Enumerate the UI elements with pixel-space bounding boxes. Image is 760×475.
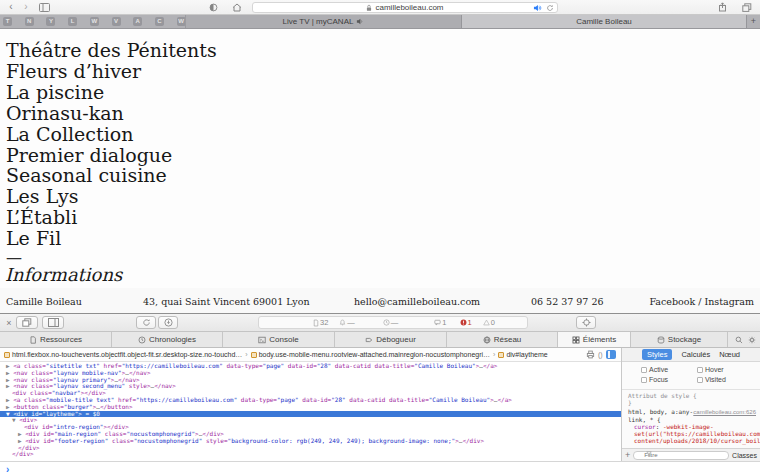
tree-row[interactable]: </div> <box>0 445 621 452</box>
code-token: "28" <box>331 396 345 403</box>
checkbox[interactable] <box>697 367 703 373</box>
search-icon[interactable] <box>735 336 743 344</box>
status-error-count[interactable]: 1 <box>460 318 472 327</box>
source-brackets-icon[interactable]: () <box>598 351 603 358</box>
declaration-line[interactable]: set(url("https://camilleboileau.com/ <box>628 430 756 437</box>
css-token: set(url("https://camilleboileau.com/ <box>634 430 760 437</box>
inspector-tab-chronologies[interactable]: Chronologies <box>112 332 223 347</box>
nav-link[interactable]: Le Fil <box>6 228 217 249</box>
inspector-tab-debogueur[interactable]: Débogueur <box>335 332 447 347</box>
code-token: "background-color: rgb(249, 249, 249); b… <box>228 437 456 444</box>
pseudo-checkbox-hover[interactable]: Hover <box>697 366 753 373</box>
contact-email[interactable]: hello@camilleboileau.com <box>354 296 480 307</box>
inspector-tab-console[interactable]: Console <box>223 332 335 347</box>
inspector-tab-ressources[interactable]: Ressources <box>0 332 112 347</box>
inspector-tab-stockage[interactable]: Stockage <box>631 332 728 347</box>
pinned-tab-l-3[interactable]: L <box>68 17 77 26</box>
sidebar-tab-styles[interactable]: Styles <box>642 349 672 360</box>
pinned-tab-c-7[interactable]: C <box>155 17 164 26</box>
pinned-tab-y-2[interactable]: Y <box>46 17 55 26</box>
tab-0-icon <box>29 336 37 344</box>
status-clock-count[interactable]: — <box>383 318 399 327</box>
close-inspector-icon[interactable]: × <box>4 316 14 330</box>
browser-tab-active[interactable]: Camille Boileau <box>461 15 747 28</box>
contact-social-links[interactable]: Facebook / Instagram <box>649 296 754 307</box>
checkbox[interactable] <box>641 367 647 373</box>
nav-link[interactable]: Seasonal cuisine <box>6 165 217 186</box>
pinned-tab-w-4[interactable]: W <box>90 17 99 26</box>
pinned-tab-a-6[interactable]: A <box>133 17 142 26</box>
breadcrumb-item[interactable]: html.flexbox.no-touchevents.objectfit.ob… <box>4 351 242 358</box>
home-icon[interactable] <box>230 0 244 14</box>
print-styles-icon[interactable] <box>586 350 595 359</box>
breadcrumb-item[interactable]: div#laytheme <box>498 351 547 358</box>
element-icon <box>251 352 257 358</box>
status-value: 1 <box>468 318 472 327</box>
new-tab-button[interactable]: + <box>747 15 760 28</box>
reload-icon[interactable] <box>546 4 554 12</box>
tree-row[interactable]: </div> <box>0 451 621 458</box>
rule-source-link[interactable]: camilleboileau.com:626 <box>693 409 756 416</box>
sidebar-tab-calcules[interactable]: Calculés <box>681 350 710 359</box>
nav-link[interactable]: Premier dialogue <box>6 145 217 166</box>
nav-link[interactable]: La Collection <box>6 124 217 145</box>
pseudo-checkbox-visited[interactable]: Visited <box>697 376 753 383</box>
classes-button[interactable]: Classes <box>732 452 757 459</box>
nav-link[interactable]: Fleurs d’hiver <box>6 61 217 82</box>
status-log-bubble-count[interactable]: 1 <box>434 318 446 327</box>
audio-mute-icon[interactable] <box>533 4 542 12</box>
tab-label: Camille Boileau <box>576 17 632 26</box>
share-icon[interactable] <box>716 0 728 14</box>
tree-row[interactable]: ▶ <div id="footer-region" class="nocusto… <box>0 438 621 445</box>
back-button[interactable]: ‹ <box>6 0 16 14</box>
declaration-line[interactable]: cursor: -webkit-image- <box>628 423 756 430</box>
content-blocker-icon[interactable] <box>206 0 220 14</box>
nav-link[interactable]: Orinasu-kan <box>6 103 217 124</box>
pinned-tab-n-1[interactable]: N <box>25 17 34 26</box>
code-token: data-id= <box>284 362 317 369</box>
sidebar-toggle-icon[interactable] <box>606 350 616 359</box>
tree-row-selected[interactable]: ▼ <div id="laytheme"> = $0 <box>0 411 621 418</box>
tab-audio-icon[interactable] <box>356 18 364 25</box>
project-nav-list: Théâtre des PénitentsFleurs d’hiverLa pi… <box>6 40 217 249</box>
download-icon[interactable] <box>158 316 178 329</box>
pseudo-checkbox-active[interactable]: Active <box>641 366 697 373</box>
dock-window-icon[interactable] <box>16 316 38 329</box>
code-token: style= <box>202 437 227 444</box>
status-bell-count[interactable]: — <box>339 318 355 327</box>
checkbox[interactable] <box>697 377 703 383</box>
nav-link[interactable]: Théâtre des Pénitents <box>6 40 217 61</box>
browser-tab-inactive[interactable]: Live TV | myCANAL <box>185 15 461 28</box>
breadcrumb-item[interactable]: body.use-mobile-menu.rootview-attached.m… <box>251 351 490 358</box>
inspector-tab-elements[interactable]: Éléments <box>558 332 631 347</box>
reload-page-icon[interactable] <box>136 316 156 329</box>
pinned-tab-t-0[interactable]: T <box>3 17 12 26</box>
breadcrumb-label: html.flexbox.no-touchevents.objectfit.ob… <box>12 351 242 358</box>
declaration-line[interactable]: content/uploads/2018/10/cursor_boile <box>628 437 756 444</box>
informations-heading[interactable]: Informations <box>5 264 122 285</box>
nav-link[interactable]: L’Établi <box>6 207 217 228</box>
nav-link[interactable]: La piscine <box>6 82 217 103</box>
status-value: — <box>391 318 399 327</box>
code-token: style <box>125 382 147 389</box>
gear-icon[interactable] <box>748 336 756 344</box>
code-token: "Camille Boileau" <box>429 396 490 403</box>
sidebar-tab-nud[interactable]: Nœud <box>719 350 740 359</box>
status-document-count[interactable]: 32 <box>313 318 328 327</box>
tabs-overview-icon[interactable] <box>740 0 753 14</box>
inspector-tab-reseau[interactable]: Réseau <box>447 332 558 347</box>
pseudo-checkbox-focus[interactable]: Focus <box>641 376 697 383</box>
inspect-element-icon[interactable] <box>576 316 596 329</box>
activity-status-bar[interactable]: 32——110 <box>258 316 528 329</box>
dock-side-icon[interactable] <box>42 316 64 329</box>
pseudo-label: Visited <box>705 376 726 383</box>
sidebar-icon[interactable] <box>37 0 51 14</box>
forward-button[interactable]: › <box>21 0 31 14</box>
status-warning-count[interactable]: 0 <box>483 318 495 327</box>
nav-link[interactable]: Les Lys <box>6 186 217 207</box>
quick-console[interactable]: › <box>0 461 760 475</box>
checkbox[interactable] <box>641 377 647 383</box>
pinned-tab-v-5[interactable]: V <box>112 17 121 26</box>
address-bar[interactable]: camilleboileau.com <box>252 2 558 13</box>
add-rule-button[interactable]: + <box>625 450 630 461</box>
